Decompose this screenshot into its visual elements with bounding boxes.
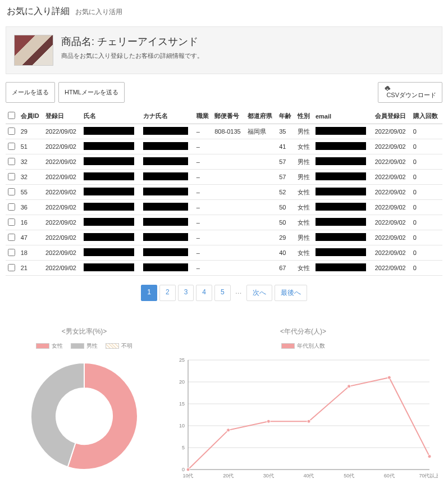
cell-reg-date: 2022/09/02 (43, 215, 81, 230)
cell-prefecture (245, 245, 277, 261)
cell-age: 50 (277, 200, 295, 215)
cell-email (313, 245, 373, 261)
table-row: 292022/09/02–808-0135福岡県35男性2022/09/020 (6, 124, 442, 139)
row-checkbox[interactable] (8, 249, 15, 256)
cell-name (81, 154, 141, 170)
cell-purchase-count: 0 (411, 139, 442, 154)
svg-text:70代以上: 70代以上 (419, 473, 438, 479)
cell-purchase-count: 0 (411, 185, 442, 200)
pagination: 12345 … 次へ 最後へ (0, 276, 448, 310)
cell-reg-date: 2022/09/02 (43, 261, 81, 276)
cell-member-reg-date: 2022/09/02 (373, 215, 411, 230)
table-row: 182022/09/02–40女性2022/09/020 (6, 245, 442, 261)
row-checkbox[interactable] (8, 234, 15, 241)
cell-reg-date: 2022/09/02 (43, 124, 81, 139)
cell-occupation: – (194, 261, 212, 276)
cell-gender: 男性 (295, 124, 313, 139)
cell-email (313, 185, 373, 200)
cell-member-reg-date: 2022/09/02 (373, 124, 411, 139)
legend-swatch-unknown (106, 343, 119, 349)
select-all-checkbox[interactable] (8, 112, 15, 119)
csv-download-button[interactable]: CSVダウンロード (378, 82, 442, 103)
cell-purchase-count: 0 (411, 261, 442, 276)
pagination-page-2[interactable]: 2 (159, 285, 176, 301)
cell-name (81, 245, 141, 261)
cell-member-id: 47 (19, 230, 43, 245)
svg-point-23 (307, 420, 310, 423)
col-gender: 性別 (295, 108, 313, 124)
cell-name (81, 261, 141, 276)
cell-member-reg-date: 2022/09/02 (373, 185, 411, 200)
cell-member-id: 51 (19, 139, 43, 154)
cell-email (313, 139, 373, 154)
svg-point-21 (227, 429, 230, 432)
cell-postal (212, 261, 245, 276)
cell-gender: 男性 (295, 230, 313, 245)
cell-member-id: 29 (19, 124, 43, 139)
cell-kana (141, 124, 194, 139)
cell-kana (141, 261, 194, 276)
pagination-last[interactable]: 最後へ (275, 285, 307, 301)
row-checkbox[interactable] (8, 158, 15, 165)
pagination-next[interactable]: 次へ (246, 285, 272, 301)
customer-table: 会員ID 登録日 氏名 カナ氏名 職業 郵便番号 都道府県 年齢 性別 emai… (6, 108, 442, 276)
col-purchase-count: 購入回数 (411, 108, 442, 124)
cell-kana (141, 170, 194, 185)
legend-swatch-female (36, 343, 49, 349)
cell-email (313, 230, 373, 245)
cell-prefecture (245, 185, 277, 200)
row-checkbox[interactable] (8, 127, 15, 135)
cell-kana (141, 154, 194, 170)
pagination-ellipsis: … (233, 285, 244, 301)
cell-kana (141, 185, 194, 200)
col-member-id: 会員ID (19, 108, 43, 124)
cell-occupation: – (194, 200, 212, 215)
product-description: 商品をお気に入り登録したお客様の詳細情報です。 (61, 52, 203, 60)
cell-reg-date: 2022/09/02 (43, 245, 81, 261)
cell-occupation: – (194, 245, 212, 261)
cell-postal (212, 230, 245, 245)
pagination-page-4[interactable]: 4 (196, 285, 212, 301)
cell-kana (141, 215, 194, 230)
cell-age: 29 (277, 230, 295, 245)
row-checkbox[interactable] (8, 173, 15, 180)
cell-gender: 女性 (295, 261, 313, 276)
cell-occupation: – (194, 139, 212, 154)
gender-legend: 女性 男性 不明 (11, 342, 157, 350)
cell-postal (212, 215, 245, 230)
cell-reg-date: 2022/09/02 (43, 139, 81, 154)
line-chart-svg: 051015202510代20代30代40代50代60代70代以上 (168, 354, 438, 484)
cell-member-id: 32 (19, 170, 43, 185)
cell-name (81, 185, 141, 200)
cell-reg-date: 2022/09/02 (43, 154, 81, 170)
svg-text:20: 20 (179, 379, 185, 385)
svg-point-22 (267, 420, 270, 423)
row-checkbox[interactable] (8, 188, 15, 195)
cell-name (81, 200, 141, 215)
col-prefecture: 都道府県 (245, 108, 277, 124)
col-email: email (313, 108, 373, 124)
row-checkbox[interactable] (8, 218, 15, 226)
row-checkbox[interactable] (8, 264, 15, 271)
cell-age: 41 (277, 139, 295, 154)
cell-gender: 女性 (295, 245, 313, 261)
send-html-mail-button[interactable]: HTMLメールを送る (58, 82, 125, 103)
cell-age: 35 (277, 124, 295, 139)
row-checkbox[interactable] (8, 203, 15, 211)
col-occupation: 職業 (194, 108, 212, 124)
cell-kana (141, 200, 194, 215)
product-panel: 商品名: チェリーアイスサンド 商品をお気に入り登録したお客様の詳細情報です。 (6, 26, 442, 74)
pagination-page-3[interactable]: 3 (178, 285, 194, 301)
row-checkbox[interactable] (8, 143, 15, 150)
pagination-page-5[interactable]: 5 (214, 285, 231, 301)
svg-text:20代: 20代 (223, 473, 234, 479)
cell-postal (212, 139, 245, 154)
table-row: 362022/09/02–50女性2022/09/020 (6, 200, 442, 215)
pagination-page-1[interactable]: 1 (141, 285, 157, 301)
product-thumbnail (14, 35, 53, 66)
cell-email (313, 124, 373, 139)
send-mail-button[interactable]: メールを送る (6, 82, 55, 103)
col-postal: 郵便番号 (212, 108, 245, 124)
cell-postal (212, 185, 245, 200)
col-name: 氏名 (81, 108, 141, 124)
